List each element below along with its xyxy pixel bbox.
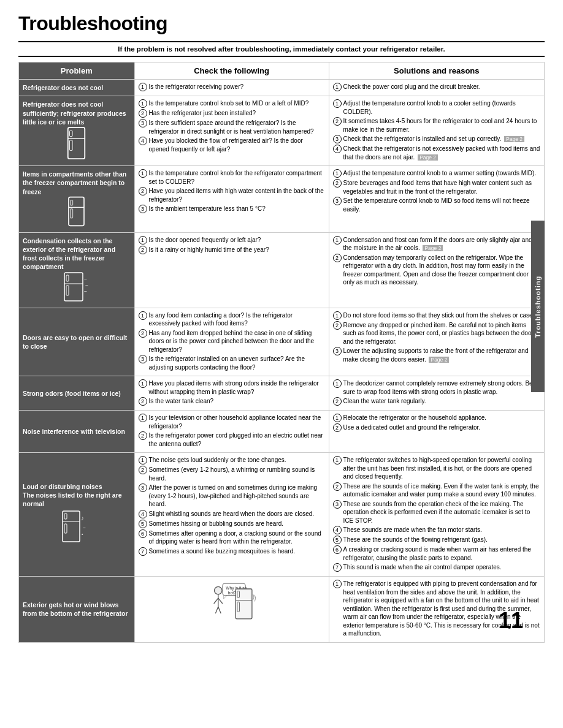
- page-container: Troubleshooting If the problem is not re…: [18, 12, 545, 643]
- check-text: Is the door opened frequently or left aj…: [149, 236, 261, 245]
- sol-list-2: 1Adjust the temperature control knob to …: [333, 169, 540, 213]
- problem-label-6: Noise interference with television: [23, 427, 131, 436]
- check-text: Have you placed items with high water co…: [149, 187, 325, 203]
- sol-number-icon: 3: [333, 347, 342, 355]
- svg-rect-6: [71, 200, 73, 205]
- svg-text:~: ~: [85, 282, 88, 288]
- problem-label-1: Refrigerator does not cool sufficiently;…: [23, 100, 131, 126]
- check-text: Is the temperature control knob set to M…: [149, 99, 309, 108]
- svg-text:hot?: hot?: [228, 591, 236, 595]
- check-number-icon: 1: [139, 83, 147, 91]
- solution-cell-7: 1The refrigerator switches to high-speed…: [329, 453, 544, 577]
- sol-number-icon: 5: [333, 536, 342, 544]
- check-number-icon: 3: [139, 205, 147, 213]
- svg-rect-3: [70, 140, 73, 151]
- problem-cell-5: Strong odors (food items or ice): [19, 376, 135, 411]
- svg-rect-15: [63, 511, 80, 542]
- check-list-6: 1Is your television or other household a…: [139, 414, 325, 448]
- sidebar-troubleshooting: Troubleshooting: [531, 221, 545, 392]
- svg-text:~: ~: [83, 525, 86, 531]
- check-number-icon: 1: [139, 311, 147, 320]
- fridge-icon-2: [23, 196, 131, 229]
- svg-rect-10: [66, 275, 69, 281]
- check-item: 1Is any food item contacting a door? Is …: [139, 311, 325, 328]
- solution-cell-4: 1Do not store food items so that they st…: [329, 308, 544, 376]
- svg-line-27: [218, 607, 220, 614]
- svg-rect-8: [64, 273, 83, 301]
- sol-number-icon: 3: [333, 500, 342, 509]
- sol-number-icon: 4: [333, 526, 342, 534]
- svg-rect-0: [68, 127, 85, 159]
- sol-number-icon: 6: [333, 545, 342, 554]
- problem-cell-7: Loud or disturbing noises The noises lis…: [19, 453, 135, 577]
- page-badge: Page 2: [504, 136, 524, 142]
- sol-number-icon: 1: [333, 379, 342, 388]
- problem-label-4: Doors are easy to open or difficult to c…: [23, 333, 131, 351]
- check-text: Is the refrigerator power cord plugged i…: [149, 431, 325, 448]
- check-number-icon: 3: [139, 119, 147, 127]
- check-item: 2Has the refrigerator just been installe…: [139, 109, 325, 118]
- check-item: 3Is the refrigerator installed on an une…: [139, 355, 325, 371]
- sol-item: 5These are the sounds of the flowing ref…: [333, 536, 540, 544]
- problem-label-2: Items in compartments other than the fre…: [23, 170, 131, 196]
- check-text: Is the water tank clean?: [149, 397, 214, 406]
- check-list-7: 1The noise gets loud suddenly or the ton…: [139, 456, 325, 556]
- sol-number-icon: 1: [333, 236, 342, 245]
- sol-item: 1Condensation and frost can form if the …: [333, 236, 540, 252]
- sol-text: Remove any dropped or pinched item. Be c…: [343, 321, 540, 346]
- check-item: 2Is the water tank clean?: [139, 397, 325, 406]
- fridge-icon-1: [23, 126, 131, 162]
- check-number-icon: 1: [139, 99, 147, 108]
- check-item: 1The noise gets loud suddenly or the ton…: [139, 456, 325, 464]
- svg-text:♪: ♪: [81, 515, 84, 521]
- svg-rect-17: [64, 514, 67, 519]
- troubleshooting-table: Problem Check the following Solutions an…: [18, 62, 545, 643]
- check-text: Sometimes a sound like buzzing mosquitoe…: [149, 547, 295, 556]
- sol-item: 3Lower the adjusting supports to raise t…: [333, 347, 540, 363]
- sol-text: Check the power cord plug and the circui…: [343, 83, 480, 91]
- sol-list-1: 1Adjust the temperature control knob to …: [333, 99, 540, 161]
- check-item: 1Is the refrigerator receiving power?: [139, 83, 325, 91]
- sol-number-icon: 4: [333, 145, 342, 153]
- sol-item: 2Remove any dropped or pinched item. Be …: [333, 321, 540, 346]
- sol-list-6: 1Relocate the refrigerator or the househ…: [333, 414, 540, 432]
- col-solutions: Solutions and reasons: [329, 63, 544, 80]
- check-item: 1Is the door opened frequently or left a…: [139, 236, 325, 245]
- check-cell-1: 1Is the temperature control knob set to …: [134, 96, 329, 166]
- check-number-icon: 7: [139, 547, 147, 556]
- check-text: Is there sufficient space around the ref…: [149, 119, 325, 135]
- svg-text:•: •: [82, 532, 83, 536]
- sol-text: These are sounds from the operation chec…: [343, 500, 540, 525]
- sol-number-icon: 2: [333, 254, 342, 262]
- check-number-icon: 2: [139, 246, 147, 254]
- check-item: 1Is the temperature control knob for the…: [139, 169, 325, 186]
- sol-item: 2Clean the water tank regularly.: [333, 397, 540, 406]
- sol-number-icon: 2: [333, 423, 342, 432]
- sol-list-5: 1The deodorizer cannot completely remove…: [333, 379, 540, 406]
- sol-number-icon: 2: [333, 117, 342, 126]
- sol-number-icon: 2: [333, 482, 342, 491]
- check-list-2: 1Is the temperature control knob for the…: [139, 169, 325, 213]
- check-cell-5: 1Have you placed items with strong odors…: [134, 376, 329, 411]
- svg-marker-31: [223, 596, 226, 599]
- check-item: 2Sometimes (every 1-2 hours), a whirring…: [139, 466, 325, 482]
- sol-number-icon: 2: [333, 397, 342, 406]
- problem-cell-8: Exterior gets hot or wind blows from the…: [19, 577, 135, 643]
- check-item: 1Is the temperature control knob set to …: [139, 99, 325, 108]
- check-number-icon: 1: [139, 169, 147, 178]
- sol-item: 1Check the power cord plug and the circu…: [333, 83, 540, 91]
- sol-number-icon: 1: [333, 580, 342, 588]
- check-text: Is it a rainy or highly humid time of th…: [149, 246, 269, 254]
- problem-label-8: Exterior gets hot or wind blows from the…: [23, 601, 131, 618]
- check-text: Has any food item dropped behind the cas…: [149, 329, 325, 354]
- problem-cell-0: Refrigerator does not cool: [19, 80, 135, 96]
- check-number-icon: 1: [139, 379, 147, 388]
- sol-number-icon: 3: [333, 135, 342, 143]
- check-number-icon: 6: [139, 529, 147, 538]
- check-number-icon: 2: [139, 466, 147, 474]
- page-badge: Page 2: [423, 245, 443, 251]
- svg-line-24: [213, 598, 218, 604]
- sol-item: 2Use a dedicated outlet and ground the r…: [333, 423, 540, 432]
- sol-text: It sometimes takes 4-5 hours for the ref…: [343, 117, 540, 134]
- sol-item: 1The refrigerator switches to high-speed…: [333, 456, 540, 481]
